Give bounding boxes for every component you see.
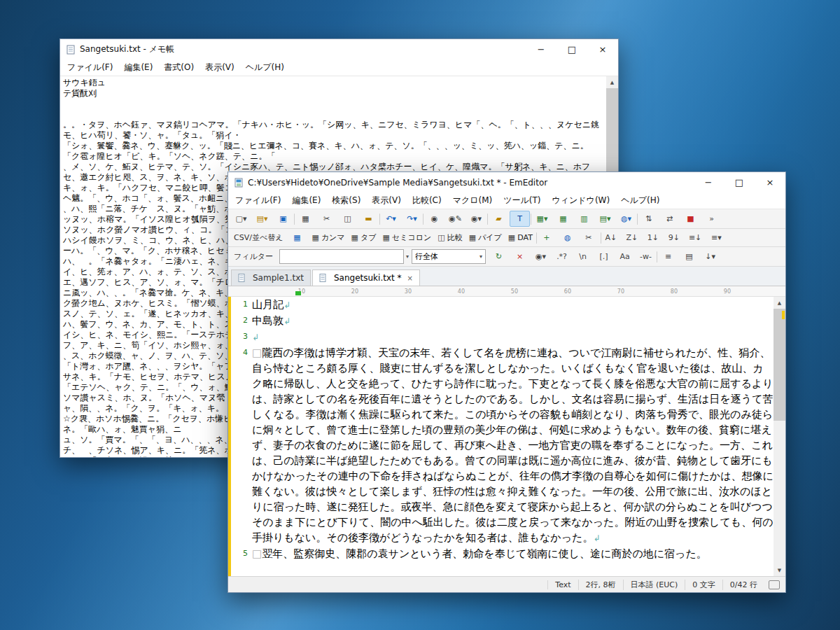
tab-sangetsuki[interactable]: Sangetsuki.txt * × [312,270,420,286]
scroll-up-arrow[interactable]: ▲ [774,297,785,309]
filter-scope-select[interactable]: 行全体 ▾ [412,249,486,264]
editor-line-text[interactable]: 山月記↲ [252,297,774,313]
whole-word-toggle-button[interactable]: -w- [636,248,656,265]
scroll-up-arrow[interactable]: ▲ [606,76,618,88]
sort-descending-button[interactable]: Z↓ [623,230,643,246]
menu-help[interactable]: ヘルプ(H) [615,195,665,206]
editor-line[interactable]: 2 中島敦↲ [231,313,774,329]
filter-list-button[interactable]: ≡ [658,248,678,265]
editor-line-text[interactable]: ↲ [252,329,774,345]
record-macro-button[interactable]: ■ [680,211,701,227]
status-line-count[interactable]: 0/42 行 [722,580,764,590]
menu-file[interactable]: ファイル(F) [62,62,118,74]
editor-area[interactable]: 1 山月記↲ 2 中島敦↲ 3 ↲ 4 □隴西の李徴は博学才穎、天宝の末年、若く… [228,297,785,576]
menu-window[interactable]: ウィンドウ(W) [546,195,615,206]
filter-apply-button[interactable]: ↻ [489,248,509,265]
add-column-button[interactable]: + [538,230,558,246]
fuzzy-match-toggle-button[interactable]: [.] [594,248,614,265]
table-view-button[interactable]: ▥ [574,211,594,227]
status-doc-type[interactable]: Text [547,580,578,589]
csv-convert-button[interactable]: ▦ [288,230,308,246]
sort-ascending-secondary-button[interactable]: 1↓ [644,230,664,246]
toolbar-separator[interactable] [379,214,380,225]
web-preview-button[interactable]: ◍▾ [616,211,636,227]
escape-sequence-toggle-button[interactable]: \n [573,248,593,265]
filter-input[interactable] [279,249,404,264]
web-globe-button[interactable]: ◍ [559,230,579,246]
editor-lines[interactable]: 1 山月記↲ 2 中島敦↲ 3 ↲ 4 □隴西の李徴は博学才穎、天宝の末年、若く… [231,297,774,576]
sort-ascending-button[interactable]: A↓ [602,230,622,246]
menu-view[interactable]: 表示(V) [366,195,407,206]
save-button[interactable]: ▣ [273,211,293,227]
menu-tools[interactable]: ツール(T) [498,195,546,206]
cut-button[interactable]: ✂ [316,211,337,227]
scrollbar-thumb[interactable] [774,309,785,421]
sync-scroll-horizontal-button[interactable]: ⇄ [659,211,680,227]
paste-button[interactable]: ▬ [358,211,379,227]
multi-column-sort-button[interactable]: ≡↓ [686,230,706,246]
next-occurrence-button[interactable]: ↓▾ [700,248,720,265]
toolbar-separator[interactable] [487,214,488,225]
undo-button[interactable]: ↶▾ [381,211,401,227]
editor-line[interactable]: 5 □翌年、監察御史、陳郡の袁サンという者、勅命を奉じて嶺南に使し、途に商於の地… [231,546,774,561]
notepad-minimize-button[interactable]: − [526,39,556,59]
emeditor-maximize-button[interactable]: □ [724,172,755,192]
copy-button[interactable]: ◫ [337,211,358,227]
tab-close-icon[interactable]: × [407,274,413,282]
csv-mode-button[interactable]: ▦▾ [532,211,552,227]
menu-edit[interactable]: 編集(E) [286,195,326,206]
comma-csv-button[interactable]: ▦カンマ [309,230,347,246]
split-column-button[interactable]: ✂ [580,230,600,246]
toolbar-separator[interactable] [531,214,531,225]
emeditor-minimize-button[interactable]: − [693,172,724,192]
cell-selection-button[interactable]: ▦ [553,211,573,227]
menu-search[interactable]: 検索(S) [326,195,366,206]
sort-descending-secondary-button[interactable]: 9↓ [665,230,685,246]
toolbar-separator[interactable] [637,214,638,225]
menu-file[interactable]: ファイル(F) [230,195,286,206]
menu-help[interactable]: ヘルプ(H) [240,62,290,74]
editor-line[interactable]: 3 ↲ [231,329,774,345]
tab-csv-button[interactable]: ▦タブ [349,230,379,246]
menu-format[interactable]: 書式(O) [158,62,200,74]
toolbar-overflow-button[interactable]: » [701,211,722,227]
emeditor-close-button[interactable]: × [755,172,785,192]
menu-compare[interactable]: 比較(C) [407,195,447,206]
filter-find-button[interactable]: ◉▾ [531,248,551,265]
menu-macros[interactable]: マクロ(M) [447,195,498,206]
sync-scroll-vertical-button[interactable]: ⇅ [638,211,659,227]
notepad-close-button[interactable]: × [587,39,618,59]
replace-button[interactable]: ◉✎ [445,211,465,227]
toolbar-separator[interactable] [601,232,601,244]
editor-line-text[interactable]: 中島敦↲ [252,313,774,329]
highlight-toggle-button[interactable]: ▰ [489,211,509,227]
comment-icon[interactable] [769,580,780,589]
editor-line-text[interactable]: □隴西の李徴は博学才穎、天宝の末年、若くして名を虎榜に連ね、ついで江南尉に補せら… [252,345,774,546]
print-button[interactable]: ▦ [295,211,316,227]
menu-edit[interactable]: 編集(E) [118,62,158,74]
pipe-csv-button[interactable]: ▦パイプ [466,230,505,246]
filter-dropdown-arrow-icon[interactable]: ▾ [406,253,409,260]
editor-line[interactable]: 1 山月記↲ [231,297,774,313]
notepad-titlebar[interactable]: Sangetsuki.txt - メモ帳 − □ × [60,39,618,59]
status-cursor-position[interactable]: 2行, 8桁 [578,580,623,590]
redo-button[interactable]: ↷▾ [402,211,422,227]
editor-line-text[interactable]: □翌年、監察御史、陳郡の袁サンという者、勅命を奉じて嶺南に使し、途に商於の地に宿… [252,546,774,561]
menu-view[interactable]: 表示(V) [200,62,240,74]
column-options-button[interactable]: ≡▾ [707,230,727,246]
status-char-count[interactable]: 0 文字 [685,580,722,590]
regex-toggle-button[interactable]: .*? [552,248,572,265]
bookmark-list-button[interactable]: ▤ [679,248,699,265]
toolbar-separator[interactable] [536,232,537,244]
notepad-maximize-button[interactable]: □ [556,39,587,59]
open-file-button[interactable]: ▤▾ [252,211,272,227]
editor-line[interactable]: 4 □隴西の李徴は博学才穎、天宝の末年、若くして名を虎榜に連ね、ついで江南尉に補… [231,345,774,546]
match-case-toggle-button[interactable]: Aa [615,248,635,265]
semicolon-csv-button[interactable]: ▦セミコロン [380,230,435,246]
find-button[interactable]: ◉ [424,211,444,227]
emeditor-titlebar[interactable]: C:¥Users¥Hideto¥OneDrive¥Sample Media¥Sa… [228,172,785,192]
toolbar-separator[interactable] [423,214,424,225]
find-in-files-button[interactable]: ◉▾ [466,211,486,227]
new-file-button[interactable]: ▢▾ [231,211,251,227]
show-marks-toggle-button[interactable]: T [510,211,530,227]
